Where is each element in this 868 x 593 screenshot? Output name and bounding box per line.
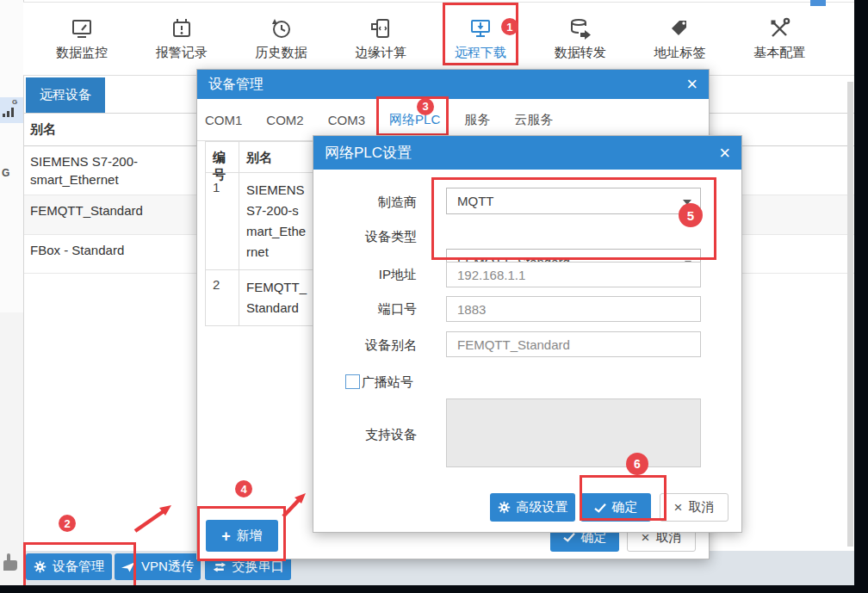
edge-compute-icon: [369, 16, 393, 40]
toolbar-item-data-monitor[interactable]: 数据监控: [56, 16, 108, 61]
toolbar-label: 基本配置: [753, 45, 805, 61]
top-toolbar: 数据监控 报警记录 历史数据 边缘计算 1: [23, 2, 855, 76]
scrollbar-track[interactable]: [847, 82, 853, 547]
alarm-records-icon: [170, 16, 194, 40]
address-tag-icon: [667, 16, 691, 40]
tab-service[interactable]: 服务: [464, 112, 490, 128]
manufacturer-select[interactable]: MQTT: [446, 188, 701, 214]
check-icon: [594, 503, 606, 513]
broadcast-station-label: 广播站号: [362, 374, 439, 391]
left-strip-lower: [0, 312, 23, 585]
dialog-title: 网络PLC设置: [325, 143, 412, 163]
app-window: G G 数据监控 报警记录 历史数据: [0, 0, 868, 593]
close-icon[interactable]: ×: [686, 75, 698, 94]
tab-com2[interactable]: COM2: [266, 113, 303, 127]
table-row[interactable]: 2 FEMQTT_Standard: [205, 270, 314, 326]
toolbar-item-remote-download[interactable]: 1 远程下载: [455, 16, 506, 61]
toolbar-label: 数据监控: [56, 45, 108, 61]
manufacturer-label: 制造商: [331, 195, 417, 211]
toolbar-label: 历史数据: [255, 45, 307, 61]
check-icon: [563, 532, 575, 542]
device-type-label: 设备类型: [331, 229, 417, 245]
toolbar-item-address-tags[interactable]: 地址标签: [654, 16, 705, 61]
port-input[interactable]: [446, 296, 701, 322]
ip-address-input[interactable]: [446, 262, 701, 287]
table-row[interactable]: 1 SIEMENS S7-200-smart_Ethernet: [205, 173, 314, 270]
close-icon[interactable]: ×: [719, 144, 730, 163]
vpn-passthrough-button[interactable]: VPN透传: [115, 553, 201, 580]
window-chrome-fragment: [810, 0, 826, 6]
history-clock-icon: [269, 16, 293, 40]
supported-devices-box: [446, 398, 701, 467]
left-strip-selected-row[interactable]: G: [0, 97, 23, 123]
tab-network-plc[interactable]: 网络PLC 3: [389, 112, 440, 128]
plus-icon: +: [221, 528, 231, 544]
cancel-x-icon: ×: [674, 500, 683, 515]
data-forward-icon: [568, 16, 592, 40]
ip-address-label: IP地址: [331, 267, 417, 283]
tab-remote-device[interactable]: 远程设备: [26, 77, 105, 113]
toolbar-label: 边缘计算: [355, 45, 406, 61]
toolbar-item-alarm-records[interactable]: 报警记录: [156, 16, 208, 61]
annotation-badge-1: 1: [501, 18, 518, 35]
toolbar-label: 数据转发: [555, 45, 606, 61]
toolbar-label: 报警记录: [156, 45, 208, 61]
annotation-badge-4: 4: [235, 480, 252, 497]
screen-right-border: [854, 0, 868, 593]
toolbar-item-basic-config[interactable]: 基本配置: [753, 16, 805, 61]
hand-cursor-icon: [1, 553, 18, 571]
toolbar-item-edge-compute[interactable]: 边缘计算: [355, 16, 406, 61]
paper-plane-icon: [121, 561, 135, 573]
left-sidebar-strip: G G: [0, 0, 24, 593]
tab-cloud-service[interactable]: 云服务: [514, 112, 553, 128]
plc-dialog-ok-button[interactable]: 确定: [580, 493, 651, 522]
swap-arrows-icon: [213, 561, 226, 573]
plc-device-table: 编号 别名 1 SIEMENS S7-200-smart_Ethernet 2 …: [205, 141, 314, 326]
dialog-titlebar: 网络PLC设置 ×: [313, 136, 741, 170]
toolbar-label: 地址标签: [654, 45, 705, 61]
toolbar-item-history-data[interactable]: 历史数据: [255, 16, 307, 61]
advanced-settings-button[interactable]: 高级设置: [490, 493, 575, 522]
port-label: 端口号: [331, 301, 417, 318]
toolbar-label: 远程下载: [455, 45, 506, 61]
data-monitor-icon: [70, 16, 94, 40]
dialog-title: 设备管理: [208, 76, 264, 94]
device-alias-label: 设备别名: [331, 337, 417, 354]
device-alias-input[interactable]: [446, 331, 701, 357]
tab-com1[interactable]: COM1: [205, 113, 242, 127]
network-plc-settings-dialog: 网络PLC设置 × 制造商 MQTT 设备类型 FEMQTT_Standard …: [313, 135, 742, 533]
signal-bars-icon: [3, 108, 14, 117]
gear-icon: [34, 560, 46, 573]
remote-download-icon: [468, 16, 493, 40]
network-g-label: G: [12, 98, 17, 106]
supported-devices-label: 支持设备: [331, 427, 417, 443]
gear-icon: [498, 501, 511, 514]
plc-dialog-cancel-button[interactable]: × 取消: [660, 493, 728, 522]
tab-com3[interactable]: COM3: [328, 113, 365, 127]
toolbar-item-data-forward[interactable]: 数据转发: [555, 16, 606, 61]
add-device-button[interactable]: + 新增: [206, 520, 278, 552]
dialog-titlebar: 设备管理 ×: [197, 70, 709, 99]
device-manage-button[interactable]: 设备管理: [26, 553, 112, 580]
chevron-down-icon: [683, 200, 691, 205]
broadcast-station-checkbox[interactable]: [345, 374, 360, 389]
table-header-row: 编号 别名: [205, 141, 314, 173]
basic-config-icon: [767, 16, 791, 40]
network-g-label-2: G: [2, 167, 9, 179]
screen-bottom-border: [0, 585, 868, 593]
